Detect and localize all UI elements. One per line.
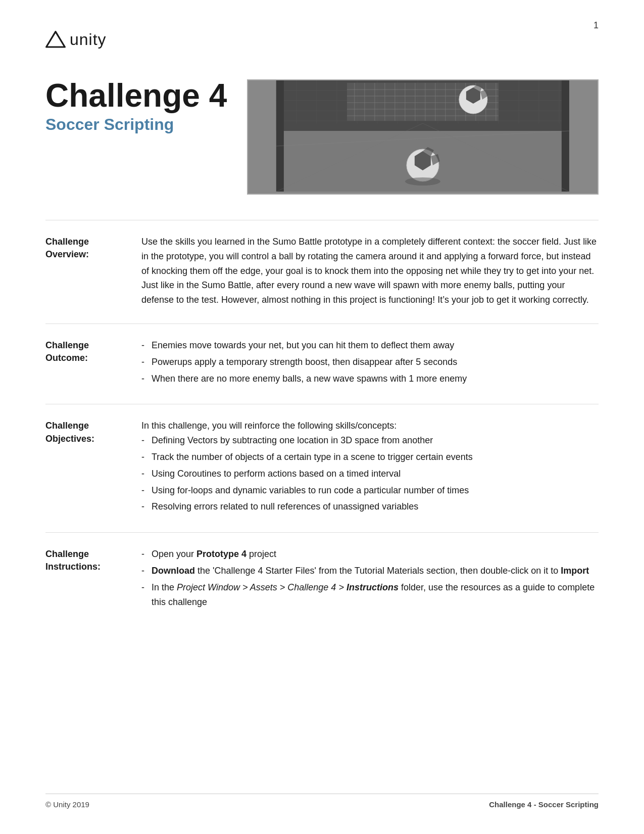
overview-section: ChallengeOverview: Use the skills you le… <box>45 235 599 307</box>
instructions-section: ChallengeInstructions: Open your Prototy… <box>45 547 599 611</box>
challenge-subtitle: Soccer Scripting <box>45 115 227 134</box>
overview-divider <box>45 220 599 220</box>
header-logo: unity <box>45 30 599 49</box>
svg-rect-23 <box>562 80 569 192</box>
unity-logo-icon <box>45 31 66 49</box>
outcome-divider <box>45 323 599 324</box>
objectives-content: In this challenge, you will reinforce th… <box>141 419 599 516</box>
list-item: Defining Vectors by subtracting one loca… <box>141 433 599 448</box>
title-section: Challenge 4 Soccer Scripting <box>45 79 599 195</box>
list-item: In the Project Window > Assets > Challen… <box>141 580 599 610</box>
outcome-list: Enemies move towards your net, but you c… <box>141 338 599 386</box>
challenge-title: Challenge 4 <box>45 79 227 112</box>
page-number: 1 <box>593 20 599 31</box>
instructions-label: ChallengeInstructions: <box>45 547 131 611</box>
svg-point-53 <box>405 177 440 186</box>
outcome-section: ChallengeOutcome: Enemies move towards y… <box>45 338 599 388</box>
svg-rect-22 <box>276 80 284 192</box>
page: 1 unity Challenge 4 Soccer Scripting <box>0 0 644 834</box>
overview-content: Use the skills you learned in the Sumo B… <box>141 235 599 307</box>
list-item: Track the number of objects of a certain… <box>141 450 599 465</box>
prototype4-bold: Prototype 4 <box>196 549 246 559</box>
outcome-content: Enemies move towards your net, but you c… <box>141 338 599 388</box>
list-item: Download the 'Challenge 4 Starter Files'… <box>141 564 599 578</box>
objectives-section: ChallengeObjectives: In this challenge, … <box>45 419 599 516</box>
list-item: Open your Prototype 4 project <box>141 547 599 562</box>
hero-image <box>247 79 599 195</box>
import-bold: Import <box>561 566 589 576</box>
title-block: Challenge 4 Soccer Scripting <box>45 79 227 134</box>
footer-copyright: © Unity 2019 <box>45 800 89 809</box>
objectives-intro: In this challenge, you will reinforce th… <box>141 419 599 433</box>
footer-title: Challenge 4 - Soccer Scripting <box>489 800 599 809</box>
outcome-label: ChallengeOutcome: <box>45 338 131 388</box>
list-item: Using Coroutines to perform actions base… <box>141 467 599 481</box>
instructions-list: Open your Prototype 4 project Download t… <box>141 547 599 609</box>
list-item: When there are no more enemy balls, a ne… <box>141 372 599 386</box>
objectives-list: Defining Vectors by subtracting one loca… <box>141 433 599 514</box>
list-item: Using for-loops and dynamic variables to… <box>141 483 599 498</box>
instructions-content: Open your Prototype 4 project Download t… <box>141 547 599 611</box>
logo-text: unity <box>70 30 107 49</box>
list-item: Enemies move towards your net, but you c… <box>141 338 599 353</box>
objectives-label: ChallengeObjectives: <box>45 419 131 516</box>
objectives-divider <box>45 404 599 404</box>
overview-label: ChallengeOverview: <box>45 235 131 307</box>
path-italic: Project Window > Assets > Challenge 4 > … <box>177 582 399 592</box>
svg-marker-0 <box>46 31 65 47</box>
footer: © Unity 2019 Challenge 4 - Soccer Script… <box>45 794 599 809</box>
download-bold: Download <box>152 566 195 576</box>
list-item: Powerups apply a temporary strength boos… <box>141 355 599 369</box>
hero-image-svg <box>248 80 598 192</box>
instructions-divider <box>45 532 599 533</box>
list-item: Resolving errors related to null referen… <box>141 499 599 514</box>
instructions-bold-italic: Instructions <box>346 582 399 592</box>
overview-text: Use the skills you learned in the Sumo B… <box>141 235 599 307</box>
